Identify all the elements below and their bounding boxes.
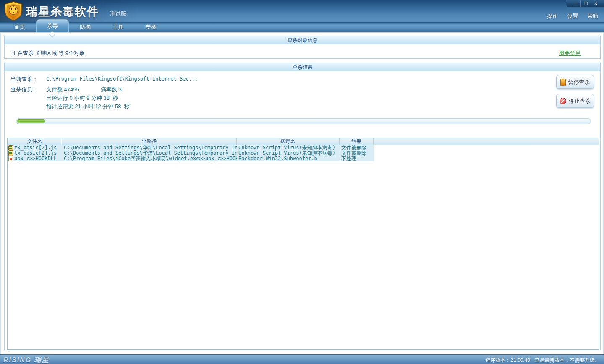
- scan-info-label: 查杀信息：: [10, 86, 38, 94]
- version-text: 程序版本：21.00.40 已是最新版本，不需要升级。: [485, 357, 600, 364]
- column-header-filename[interactable]: 文件名: [8, 138, 62, 145]
- cell-filename: upx_c>>HOOKDLL: [14, 156, 57, 161]
- tab-bar: 首页 杀毒 防御 工具 安检: [0, 22, 604, 33]
- scan-progress-fill: [17, 119, 45, 123]
- column-header-path[interactable]: 全路径: [62, 138, 237, 145]
- cell-filename: tx_basic[2].js: [14, 151, 57, 156]
- menu-help[interactable]: 帮助: [587, 13, 598, 20]
- cell-filename: tx_basic[2].js: [14, 145, 57, 151]
- tab-defense[interactable]: 防御: [69, 22, 102, 32]
- scan-progress-bar: [16, 118, 591, 124]
- cell-path: C:\Documents and Settings\华炜\Local Setti…: [62, 151, 237, 156]
- table-row[interactable]: tx_basic[2].js C:\Documents and Settings…: [8, 151, 599, 156]
- script-file-icon: [8, 151, 13, 156]
- results-table-body: tx_basic[2].js C:\Documents and Settings…: [8, 145, 599, 161]
- tab-antivirus-label: 杀毒: [47, 23, 58, 29]
- scan-status-text: 正在查杀 关键区域 等 9个对象: [12, 49, 85, 57]
- column-header-virus[interactable]: 病毒名: [237, 138, 340, 145]
- script-file-icon: [8, 145, 13, 151]
- tab-security-check[interactable]: 安检: [134, 22, 167, 32]
- scan-results-table: 文件名 全路径 病毒名 结果 tx_basic[2].js C:\Documen…: [7, 138, 599, 350]
- window-controls: — ❐ ✕: [566, 0, 604, 7]
- cell-path: C:\Documents and Settings\华炜\Local Setti…: [62, 145, 237, 151]
- cell-virus: Unknown Script Virus(未知脚本病毒): [237, 145, 340, 151]
- tab-antivirus[interactable]: 杀毒: [36, 19, 69, 32]
- close-button[interactable]: ✕: [591, 0, 601, 7]
- rising-brand-logo: RISING 瑞星: [3, 356, 50, 364]
- cell-virus: Backdoor.Win32.Subwoofer.b: [237, 156, 340, 161]
- cell-path: C:\Program Files\iCoke字符输入小精灵\widget.exe…: [62, 156, 237, 161]
- remaining-time-text: 预计还需要 21 小时 12 分钟 58 秒: [46, 103, 130, 110]
- file-count-text: 文件数 47455: [46, 86, 79, 94]
- stop-scan-button[interactable]: 停止查杀: [556, 94, 594, 108]
- rising-lion-logo-icon: [4, 1, 23, 21]
- app-subtitle: 测试版: [110, 10, 126, 18]
- current-scan-path: C:\Program Files\Kingsoft\Kingsoft Inter…: [46, 76, 198, 82]
- app-window: 瑞星杀毒软件 测试版 — ❐ ✕ 操作 设置 帮助 首页 杀毒 防御 工具 安检…: [0, 0, 604, 364]
- stop-icon: [560, 98, 566, 104]
- column-header-result[interactable]: 结果: [340, 138, 374, 145]
- pause-icon: [560, 79, 566, 85]
- scan-target-panel-header: 查杀对象信息: [5, 36, 600, 44]
- menu-settings[interactable]: 设置: [567, 13, 578, 20]
- cell-result: 文件被删除: [340, 145, 374, 151]
- top-menu: 操作 设置 帮助: [547, 13, 598, 20]
- cell-result: 文件被删除: [340, 151, 374, 156]
- restore-button[interactable]: ❐: [580, 0, 591, 7]
- virus-count-text: 病毒数 3: [101, 86, 122, 94]
- scan-result-panel-header: 查杀结果: [5, 63, 600, 71]
- elapsed-time-text: 已经运行 0 小时 9 分钟 38 秒: [46, 94, 118, 102]
- app-title: 瑞星杀毒软件: [26, 4, 99, 19]
- infected-file-icon: [8, 156, 13, 161]
- scan-result-panel: 查杀结果 当前查杀： C:\Program Files\Kingsoft\Kin…: [4, 63, 601, 350]
- main-content: 查杀对象信息 正在查杀 关键区域 等 9个对象 概要信息 查杀结果 当前查杀： …: [0, 33, 604, 354]
- stop-scan-label: 停止查杀: [569, 97, 591, 105]
- status-bar: RISING 瑞星 程序版本：21.00.40 已是最新版本，不需要升级。: [0, 354, 604, 364]
- menu-operations[interactable]: 操作: [547, 13, 558, 20]
- table-row[interactable]: tx_basic[2].js C:\Documents and Settings…: [8, 145, 599, 151]
- cell-result: 不处理: [340, 156, 374, 161]
- table-row[interactable]: upx_c>>HOOKDLL C:\Program Files\iCoke字符输…: [8, 156, 599, 161]
- pause-scan-button[interactable]: 暂停查杀: [556, 75, 594, 89]
- pause-scan-label: 暂停查杀: [568, 78, 590, 86]
- cell-virus: Unknown Script Virus(未知脚本病毒): [237, 151, 340, 156]
- title-bar: 瑞星杀毒软件 测试版 — ❐ ✕ 操作 设置 帮助: [0, 0, 604, 22]
- minimize-button[interactable]: —: [570, 0, 580, 7]
- summary-info-link[interactable]: 概要信息: [559, 49, 581, 57]
- results-table-header: 文件名 全路径 病毒名 结果: [8, 138, 599, 145]
- scan-target-panel: 查杀对象信息 正在查杀 关键区域 等 9个对象 概要信息: [4, 36, 601, 59]
- current-scan-label: 当前查杀：: [10, 75, 38, 83]
- column-header-filler: [374, 138, 599, 145]
- tab-home[interactable]: 首页: [3, 22, 36, 32]
- tab-tools[interactable]: 工具: [102, 22, 134, 32]
